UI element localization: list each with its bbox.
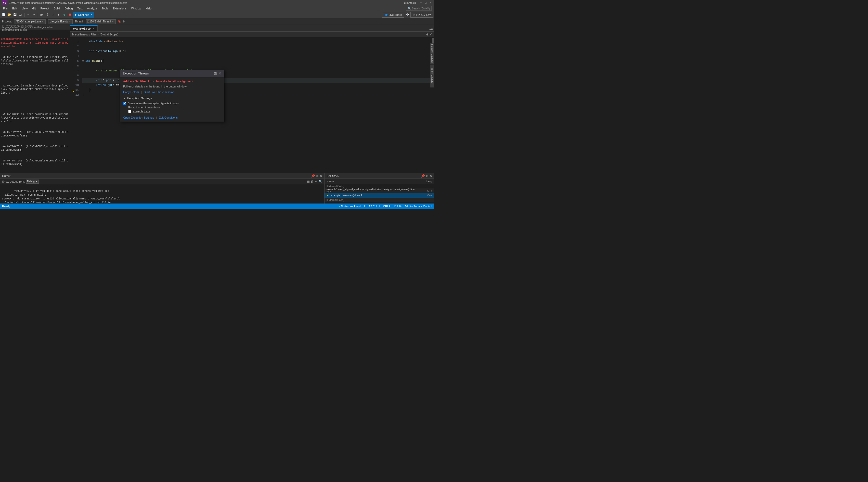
editor-tabs: example1.cpp ✕ ⋯ ⊞	[70, 25, 434, 32]
menu-git[interactable]: Git	[30, 6, 38, 10]
terminal-line: #1 0x141192 in main C:\MSDN\cpp-docs-pr\…	[1, 84, 69, 95]
breadcrumb-scope[interactable]: (Global Scope)	[100, 33, 118, 36]
continue-button[interactable]: ▶ Continue ▼	[73, 12, 94, 18]
lifecycle-dropdown[interactable]: Lifecycle Events ▼	[48, 20, 73, 24]
encoding-status[interactable]: CRLF	[383, 205, 391, 208]
collapse-icon[interactable]: ▲	[123, 97, 126, 100]
save-button[interactable]: 💾	[12, 12, 17, 17]
output-expand-icon[interactable]: ⊕	[316, 174, 319, 178]
live-share-button[interactable]: 👥 Live Share	[382, 12, 404, 18]
exception-header-icons: ⊡ ✕	[214, 71, 221, 76]
menu-extensions[interactable]: Extensions	[111, 6, 129, 10]
table-row[interactable]: ► example1.exe!main() Line 9 C++	[324, 193, 434, 198]
copy-details-link[interactable]: Copy Details	[123, 91, 139, 94]
editor-toolbar-icon-2[interactable]: ✕	[430, 33, 432, 36]
status-left: Ready	[2, 205, 10, 208]
table-row[interactable]: example1.exe!_aligned_malloc(unsigned in…	[324, 188, 434, 193]
table-row[interactable]: [External Code]	[324, 198, 434, 202]
call-stack-col-name: Name	[327, 180, 419, 183]
thread-dropdown[interactable]: [11204] Main Thread ▼	[86, 20, 116, 24]
int-preview-button[interactable]: INT PREVIEW	[410, 12, 433, 18]
menu-file[interactable]: File	[1, 6, 10, 10]
open-exception-settings-link[interactable]: Open Exception Settings	[123, 116, 154, 119]
stop-button[interactable]: ⏹	[67, 12, 72, 17]
cs-row-lang-1: C++	[419, 189, 432, 192]
output-clear-icon[interactable]: 🗑	[311, 180, 314, 183]
menu-window[interactable]: Window	[129, 6, 143, 10]
exception-pin-icon[interactable]: ⊡	[214, 71, 217, 76]
bookmark-icon: 🔖	[118, 20, 121, 23]
call-stack-close-icon[interactable]: ✕	[430, 174, 432, 178]
live-share-session-link[interactable]: Start Live Share session...	[144, 91, 177, 94]
menu-bar: File Edit View Git Project Build Debug T…	[0, 6, 434, 11]
issues-status[interactable]: ● No issues found	[339, 205, 361, 208]
exception-source-label: example1.exe	[133, 110, 150, 113]
menu-debug[interactable]: Debug	[62, 6, 75, 10]
settings-icon: ⚙	[122, 20, 125, 23]
sidebar-item-team-explorer[interactable]: Team Explorer	[430, 64, 434, 88]
menu-build[interactable]: Build	[52, 6, 62, 10]
output-source-dropdown[interactable]: Debug ▼	[26, 180, 38, 184]
call-stack-columns: Name Lang	[324, 179, 434, 184]
output-scrollbar[interactable]	[322, 184, 324, 204]
undo-button[interactable]: ↩	[26, 12, 31, 17]
live-share-icon: 👥	[384, 13, 388, 16]
terminal-line: #3 0x752bfa28 (C:\WINDOWS\System32\KERNE…	[1, 130, 69, 138]
output-find-icon[interactable]: 🔍	[318, 180, 322, 183]
output-wrap-icon[interactable]: ↵	[315, 180, 317, 183]
exception-title: Exception Thrown	[123, 72, 149, 75]
tab-list-icon[interactable]: ⋯	[429, 28, 431, 31]
source-control-status[interactable]: Add to Source Control	[405, 205, 432, 208]
issues-label: No issues found	[341, 205, 361, 208]
step-back-button[interactable]: ⏮	[39, 12, 44, 17]
tab-split-icon[interactable]: ⊞	[431, 28, 433, 31]
output-pin-icon[interactable]: 📌	[311, 174, 315, 178]
output-filter-icon[interactable]: ⊞	[307, 180, 310, 183]
open-file-button[interactable]: 📂	[7, 12, 12, 17]
output-toolbar: Show output from: Debug ▼ ⊞ 🗑 ↵ 🔍	[0, 179, 324, 184]
menu-tools[interactable]: Tools	[100, 6, 111, 10]
position-status[interactable]: Ln: 12 Col: 1	[364, 205, 380, 208]
tab-close-icon[interactable]: ✕	[92, 27, 94, 30]
exception-close-icon[interactable]: ✕	[218, 71, 221, 76]
menu-edit[interactable]: Edit	[10, 6, 19, 10]
new-file-button[interactable]: 📄	[1, 12, 6, 17]
menu-project[interactable]: Project	[38, 6, 51, 10]
fold-icon-5[interactable]: ⊟	[82, 59, 85, 63]
exception-popup-header: Exception Thrown ⊡ ✕	[120, 70, 224, 77]
call-stack-header-icons: 📌 ⊕ ✕	[421, 174, 432, 178]
thread-label: Thread:	[75, 20, 83, 23]
zoom-status[interactable]: 111 %	[394, 205, 402, 208]
exception-break-checkbox[interactable]	[123, 102, 126, 105]
call-stack-expand-icon[interactable]: ⊕	[426, 174, 429, 178]
thread-value: [11204] Main Thread	[87, 20, 111, 23]
menu-analyze[interactable]: Analyze	[85, 6, 99, 10]
step-into-button[interactable]: ⬇	[51, 12, 56, 17]
restart-button[interactable]: ↺	[62, 12, 67, 17]
call-stack-panel: Call Stack 📌 ⊕ ✕ Name Lang [External Cod…	[324, 173, 434, 204]
redo-button[interactable]: ↪	[31, 12, 36, 17]
step-out-button[interactable]: ⬆	[56, 12, 61, 17]
output-close-icon[interactable]: ✕	[320, 174, 322, 178]
save-all-button[interactable]: 🗂	[18, 12, 23, 17]
code-line-6	[82, 63, 432, 68]
step-over-button[interactable]: ⤵	[45, 12, 50, 17]
menu-test[interactable]: Test	[75, 6, 85, 10]
sidebar-item-solution-explorer[interactable]: Solution Explorer	[430, 43, 434, 64]
minimize-button[interactable]: ─	[419, 1, 423, 5]
editor-toolbar-icon-1[interactable]: ⊕	[426, 33, 429, 36]
footer-separator: |	[156, 116, 157, 119]
chevron-down-icon: ▼	[90, 13, 92, 16]
breadcrumb-file[interactable]: Miscellaneous Files	[72, 33, 97, 36]
exception-source-checkbox[interactable]	[128, 110, 131, 113]
maximize-button[interactable]: □	[424, 1, 428, 5]
process-dropdown[interactable]: [50984] example1.exe ▼	[14, 20, 45, 24]
menu-help[interactable]: Help	[144, 6, 154, 10]
feedback-button[interactable]: 💬	[405, 12, 410, 17]
line-num-5: 5	[70, 59, 79, 63]
tab-example1-cpp[interactable]: example1.cpp ✕	[70, 25, 98, 31]
call-stack-pin-icon[interactable]: 📌	[421, 174, 425, 178]
close-button[interactable]: ✕	[429, 1, 432, 5]
edit-conditions-link[interactable]: Edit Conditions	[159, 116, 178, 119]
menu-view[interactable]: View	[20, 6, 30, 10]
